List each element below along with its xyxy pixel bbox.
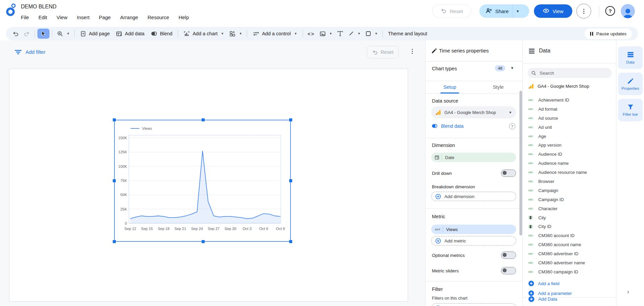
resize-handle[interactable]: [289, 179, 292, 182]
time-series-chart[interactable]: 150K125K100K75K50K25K0Sep 12Sep 15Sep 18…: [114, 120, 291, 242]
add-filter-button[interactable]: Add filter: [10, 47, 50, 57]
add-filter-button-props[interactable]: Add filter: [431, 303, 516, 306]
share-dropdown-caret[interactable]: ▼: [512, 4, 523, 18]
resize-handle[interactable]: [113, 240, 116, 243]
menu-item[interactable]: Arrange: [115, 13, 143, 21]
add-dimension-button[interactable]: Add dimension: [431, 192, 516, 201]
community-visualizations-button[interactable]: ▼: [227, 28, 244, 39]
metric-chip-views[interactable]: AUT Views: [431, 225, 516, 234]
field-row[interactable]: ABC Audience name: [523, 159, 616, 168]
field-row[interactable]: City: [523, 213, 616, 222]
resize-handle[interactable]: [113, 118, 116, 121]
field-row[interactable]: ABC CM360 campaign ID: [523, 267, 616, 276]
field-row[interactable]: ABC Audience ID: [523, 150, 616, 159]
canvas-more-options[interactable]: ⋮: [409, 48, 415, 55]
canvas-reset-button[interactable]: Reset: [367, 46, 399, 59]
collapse-panel-chevron[interactable]: ›: [627, 289, 629, 295]
field-row[interactable]: ABC CM360 account name: [523, 240, 616, 249]
optional-metrics-toggle[interactable]: [501, 252, 516, 259]
field-row[interactable]: ABC Ad unit: [523, 123, 616, 132]
undo-icon: [441, 8, 447, 15]
add-a-parameter-button[interactable]: Add a parameter: [528, 290, 572, 296]
add-page-button[interactable]: Add page: [77, 28, 113, 39]
shape-tool-button[interactable]: ▼: [363, 28, 380, 39]
resize-handle[interactable]: [289, 118, 292, 121]
plus-circle-filled-icon: [528, 280, 534, 286]
text-tool-button[interactable]: [335, 28, 346, 39]
pause-updates-button[interactable]: Pause updates: [585, 29, 632, 39]
tab-style[interactable]: Style: [474, 81, 522, 93]
report-page[interactable]: 150K125K100K75K50K25K0Sep 12Sep 15Sep 18…: [9, 69, 408, 302]
rail-tab-data[interactable]: Data: [618, 46, 643, 69]
more-options-button[interactable]: ⋮: [576, 4, 591, 18]
cursor-icon: [41, 31, 46, 37]
menu-item[interactable]: View: [52, 13, 72, 21]
select-tool-button[interactable]: [37, 29, 49, 39]
field-row[interactable]: City ID: [523, 222, 616, 231]
metric-sliders-toggle[interactable]: [501, 267, 516, 274]
theme-and-layout-button[interactable]: Theme and layout: [385, 28, 430, 39]
looker-studio-logo-icon[interactable]: [5, 3, 18, 18]
field-row[interactable]: ABC App version: [523, 141, 616, 150]
add-chart-button[interactable]: Add a chart ▼: [180, 28, 227, 39]
field-row[interactable]: ABC CM360 account ID: [523, 231, 616, 240]
report-title[interactable]: DEMO BLEND: [21, 4, 57, 10]
menu-item[interactable]: File: [16, 13, 34, 21]
blend-button[interactable]: Blend: [147, 28, 175, 39]
help-icon[interactable]: ?: [605, 6, 615, 16]
data-source-selector[interactable]: GA4 - Google Merch Shop ▼: [431, 106, 516, 118]
panel-scrollbar[interactable]: [519, 91, 522, 235]
field-row[interactable]: ABC Campaign: [523, 186, 616, 195]
reset-button[interactable]: Reset: [432, 4, 471, 18]
add-metric-button[interactable]: Add metric: [431, 236, 516, 245]
data-source-row[interactable]: GA4 - Google Merch Shop: [528, 83, 589, 89]
chevron-down-icon[interactable]: ▼: [510, 66, 514, 70]
menu-item[interactable]: Edit: [34, 13, 52, 21]
search-input[interactable]: Search: [528, 68, 612, 78]
image-tool-button[interactable]: ▼: [317, 28, 335, 39]
control-icon: [252, 31, 259, 37]
svg-text:Sep 21: Sep 21: [174, 227, 186, 231]
chart-types-label[interactable]: Chart types: [432, 66, 457, 71]
menu-item[interactable]: Page: [94, 13, 115, 21]
line-tool-button[interactable]: ▼: [346, 28, 363, 39]
menu-item[interactable]: Resource: [143, 13, 174, 21]
resize-handle[interactable]: [202, 118, 205, 121]
menu-item[interactable]: Help: [174, 13, 194, 21]
dimension-chip-date[interactable]: Date: [431, 153, 516, 162]
field-row[interactable]: ABC Browser: [523, 177, 616, 186]
chart-add-icon: [183, 31, 190, 37]
redo-button[interactable]: [21, 28, 32, 39]
share-button[interactable]: Share ▼: [479, 4, 529, 18]
resize-handle[interactable]: [289, 240, 292, 243]
resize-handle[interactable]: [202, 240, 205, 243]
field-row[interactable]: ABC CM360 advertiser name: [523, 258, 616, 267]
blend-data-link[interactable]: Blend data: [431, 123, 464, 129]
menu-bar: FileEditViewInsertPageArrangeResourceHel…: [16, 13, 194, 21]
embed-url-button[interactable]: <>: [305, 28, 317, 39]
menu-item[interactable]: Insert: [72, 13, 94, 21]
field-row[interactable]: ABC Ad format: [523, 105, 616, 114]
avatar[interactable]: [621, 4, 635, 18]
field-row[interactable]: ABC Audience resource name: [523, 168, 616, 177]
field-row[interactable]: ABC CM360 advertiser ID: [523, 249, 616, 258]
zoom-tool-button[interactable]: ▼: [55, 28, 72, 39]
rail-tab-properties[interactable]: Properties: [618, 73, 643, 95]
add-control-button[interactable]: Add a control ▼: [249, 28, 300, 39]
drill-down-toggle[interactable]: [501, 169, 516, 177]
add-data-button-panel[interactable]: Add Data: [528, 296, 557, 302]
rail-tab-filter-bar[interactable]: Filter bar: [618, 99, 643, 121]
field-row[interactable]: ABC Achievement ID: [523, 95, 616, 105]
field-row[interactable]: ABC Character: [523, 204, 616, 213]
field-row[interactable]: ABC Age: [523, 132, 616, 141]
svg-text:Sep 15: Sep 15: [141, 227, 153, 231]
field-row[interactable]: ABC Campaign ID: [523, 195, 616, 204]
view-button[interactable]: View: [534, 4, 572, 18]
undo-button[interactable]: [10, 28, 21, 39]
field-row[interactable]: ABC Ad source: [523, 114, 616, 123]
add-a-field-button[interactable]: Add a field: [528, 280, 560, 286]
add-data-button[interactable]: Add data: [113, 28, 147, 39]
resize-handle[interactable]: [113, 179, 116, 182]
tab-setup[interactable]: Setup: [426, 81, 474, 93]
help-icon[interactable]: ?: [509, 123, 515, 129]
